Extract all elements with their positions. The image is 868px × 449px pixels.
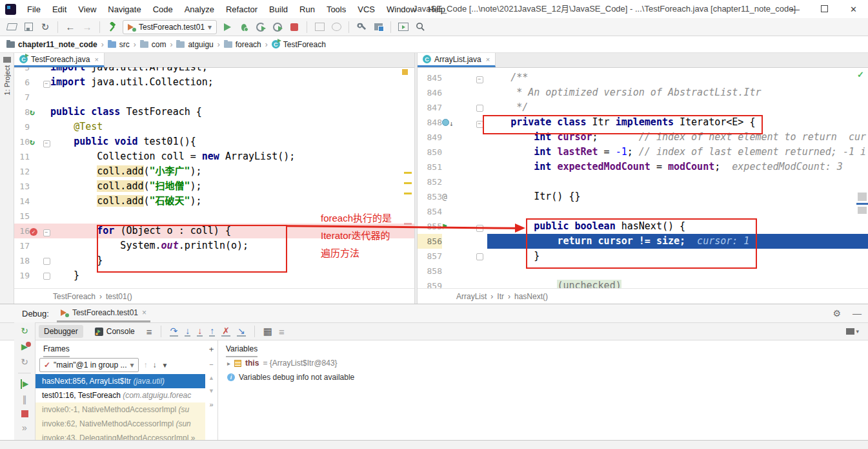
gutter[interactable]: 14 [14,194,50,209]
fold-marker-icon[interactable]: − [43,81,50,88]
run-test-icon[interactable]: ↻ [30,107,35,117]
resume-program-icon[interactable]: ▶ [21,342,28,351]
debug-button[interactable] [237,21,250,34]
breadcrumb-item-atguigu[interactable]: atguigu [176,40,213,49]
fold-strip[interactable] [472,174,487,189]
fold-strip[interactable] [472,234,487,249]
fold-strip[interactable] [43,90,50,105]
fold-strip[interactable] [43,120,50,134]
search-everywhere-icon[interactable] [414,21,427,34]
force-step-into-icon[interactable]: ↓ [197,326,203,337]
gutter[interactable]: 859 [418,278,487,289]
debug-session-tab[interactable]: TestForeach.test01 × [57,305,150,322]
run-button[interactable] [221,21,234,34]
build-hammer-icon[interactable] [106,21,119,34]
gutter[interactable]: 17 [14,238,50,253]
gutter[interactable]: 850 [418,145,487,160]
fold-strip[interactable]: − [43,134,50,149]
breadcrumb-item-chapter11_note_code[interactable]: chapter11_note_code [6,40,97,49]
tab-arraylist[interactable]: C ArrayList.java × [418,53,496,67]
fold-strip[interactable] [472,160,487,174]
menu-navigate[interactable]: Navigate [103,2,146,17]
implements-icon[interactable]: ↓ [442,117,454,129]
fold-strip[interactable] [43,67,50,75]
stop-icon[interactable] [21,410,28,417]
resume-icon[interactable]: ▶ [21,379,28,389]
step-out-icon[interactable]: ↑ [209,326,215,337]
gutter[interactable]: 7 [14,90,50,105]
breadcrumb-item-foreach[interactable]: foreach [224,40,261,49]
window-close-button[interactable]: ✕ [839,5,868,14]
gutter[interactable]: 854 [418,204,487,219]
fold-marker-icon[interactable]: − [476,76,483,83]
breadcrumb-item-com[interactable]: com [140,40,167,49]
gutter[interactable]: 851 [418,160,487,174]
run-with-coverage-icon[interactable] [254,21,267,34]
more-icon[interactable]: » [22,423,27,433]
run-configuration-select[interactable]: TestForeach.test01 ▾ [123,20,217,34]
fold-marker-icon[interactable]: − [476,121,483,128]
gutter[interactable]: 13 [14,179,50,194]
fold-marker-icon[interactable]: − [43,140,50,147]
gutter[interactable]: 845− [418,70,487,85]
hide-panel-icon[interactable]: — [853,308,862,318]
rerun-icon[interactable]: ↻ [21,326,28,336]
wrench-icon[interactable] [355,21,368,34]
stop-button[interactable] [288,21,301,34]
gutter[interactable]: 18 [14,253,50,268]
menu-code[interactable]: Code [148,2,178,17]
gutter[interactable]: 12 [14,164,50,179]
scroll-up-icon[interactable]: ▲ [208,375,214,381]
editor-breadcrumb-item[interactable]: Itr [497,292,504,301]
variable-row[interactable]: ▸this= {ArrayList$Itr@843} [218,356,868,370]
run-test-icon[interactable]: ↻ [30,137,35,147]
sidebar-item-project[interactable]: 1: Project [0,57,14,95]
editor-breadcrumb-item[interactable]: hasNext() [514,292,548,301]
breakpoint-icon[interactable]: ✓ [30,228,37,236]
forward-icon[interactable]: → [81,21,94,34]
editor-breadcrumb-item[interactable]: test01() [106,292,132,301]
fold-strip[interactable] [43,253,50,268]
tab-debugger[interactable]: Debugger [39,325,83,338]
fold-strip[interactable] [472,278,487,289]
breadcrumb-item-TestForeach[interactable]: CTestForeach [272,40,326,49]
menu-edit[interactable]: Edit [47,2,72,17]
close-icon[interactable]: × [94,56,98,63]
gutter[interactable]: 849 [418,130,487,145]
run-anything-icon[interactable] [397,21,410,34]
fold-strip[interactable] [43,105,50,120]
run-to-cursor-icon[interactable]: ↘ [237,326,246,337]
drop-frame-icon[interactable]: ✗ [221,326,230,337]
menu-tools[interactable]: Tools [321,2,351,17]
fold-strip[interactable] [472,100,487,115]
layout-menu-icon[interactable]: ≡ [146,326,152,337]
frame-row[interactable]: hasNext:856, ArrayList$Itr (java.util) [35,374,205,388]
fold-strip[interactable] [43,194,50,209]
close-icon[interactable]: × [142,308,146,317]
fold-strip[interactable] [472,249,487,264]
filter-funnel-icon[interactable]: ▼ [162,362,168,369]
menu-vcs[interactable]: VCS [352,2,380,17]
fold-strip[interactable] [472,189,487,204]
fold-marker-icon[interactable] [43,258,50,265]
back-icon[interactable]: ← [64,21,77,34]
add-icon[interactable]: + [209,344,214,354]
frame-row[interactable]: test01:16, TestForeach (com.atguigu.fore… [35,388,205,402]
breadcrumb-item-src[interactable]: src [108,40,130,49]
expander-icon[interactable]: ▸ [227,360,230,367]
gutter[interactable]: 5 [14,67,50,75]
menu-build[interactable]: Build [264,2,293,17]
gutter[interactable]: 15 [14,209,50,224]
sync-icon[interactable]: ↻ [39,21,52,34]
fold-strip[interactable]: − [43,224,50,238]
fold-strip[interactable] [43,268,50,283]
fold-strip[interactable] [43,238,50,253]
scroll-down-icon[interactable]: ▼ [208,388,214,394]
thread-dropdown[interactable]: ✓ "main"@1 in group ... ▾ [39,358,139,372]
evaluate-expression-icon[interactable]: ▦ [263,326,272,337]
refresh-icon[interactable]: ↻ [21,357,28,367]
gutter[interactable]: 847 [418,100,487,115]
scrollbar-thumb[interactable] [858,193,867,201]
gutter[interactable]: 16✓− [14,224,50,238]
menu-run[interactable]: Run [294,2,320,17]
